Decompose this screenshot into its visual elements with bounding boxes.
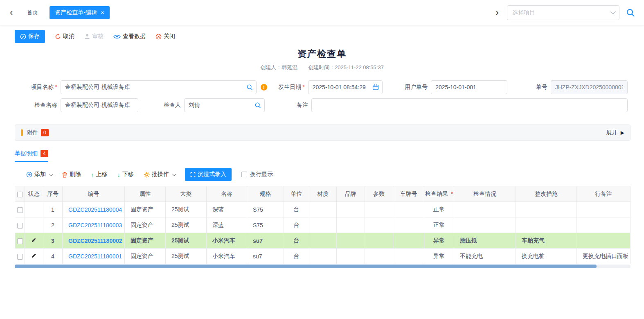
- cancel-button[interactable]: 取消: [55, 33, 74, 40]
- cell-code: GDZC202511180001: [63, 249, 125, 264]
- tab-home[interactable]: 首页: [21, 6, 44, 19]
- cell-plate: [393, 217, 424, 233]
- table-row[interactable]: 2GDZC202511180003固定资产25测试深蓝S75台正常: [15, 217, 630, 233]
- immersive-label: 沉浸式录入: [198, 171, 226, 178]
- edit-pencil-icon[interactable]: [31, 253, 37, 258]
- batch-operation-button[interactable]: 批操作: [144, 171, 175, 178]
- asset-code-link[interactable]: GDZC202511180001: [68, 253, 122, 260]
- column-header: 单位: [284, 186, 309, 202]
- cell-material: [309, 249, 337, 264]
- tab-label: 资产检查单-编辑: [55, 9, 97, 16]
- tab-asset-inspection-edit[interactable]: 资产检查单-编辑 ×: [50, 6, 109, 19]
- user-order-no-input[interactable]: [431, 80, 507, 94]
- row-checkbox[interactable]: [17, 254, 23, 260]
- cell-remark: 更换充电插口面板: [577, 249, 630, 264]
- close-circle-icon: [155, 34, 162, 40]
- expand-button[interactable]: 展开 ▶: [606, 129, 624, 136]
- cell-remark: [577, 233, 630, 249]
- audit-label: 审核: [92, 33, 104, 40]
- cell-situation: [454, 202, 516, 217]
- tab-close-icon[interactable]: ×: [101, 9, 104, 16]
- select-all-checkbox[interactable]: [17, 192, 23, 197]
- move-up-button[interactable]: ↑ 上移: [91, 171, 108, 178]
- tab-detail[interactable]: 单据明细 4: [15, 150, 48, 162]
- asset-code-link[interactable]: GDZC202511180004: [68, 206, 122, 213]
- column-header: 属性: [125, 186, 166, 202]
- project-name-input[interactable]: [61, 80, 257, 94]
- chevron-down-icon: [172, 172, 176, 176]
- table-row[interactable]: 4GDZC202511180001固定资产25测试小米汽车su7台异常不能充电换…: [15, 249, 630, 264]
- tabs-scroll-left-icon[interactable]: ‹: [7, 8, 15, 17]
- horizontal-scrollbar-track[interactable]: [15, 265, 630, 268]
- undo-icon: [55, 34, 61, 40]
- check-name-input[interactable]: [61, 98, 138, 112]
- search-icon[interactable]: [246, 84, 253, 90]
- cell-category: 25测试: [166, 202, 207, 217]
- cell-name: 小米汽车: [207, 249, 247, 264]
- row-checkbox[interactable]: [17, 223, 23, 229]
- add-button[interactable]: 添加: [26, 171, 52, 178]
- cell-situation: [454, 217, 516, 233]
- audit-button[interactable]: 审核: [84, 33, 104, 40]
- close-button[interactable]: 关闭: [155, 33, 175, 40]
- search-icon[interactable]: [254, 102, 261, 109]
- horizontal-scrollbar-thumb[interactable]: [15, 265, 597, 268]
- view-data-button[interactable]: 查看数据: [113, 33, 146, 40]
- cell-material: [309, 202, 337, 217]
- table-row[interactable]: 3GDZC202511180002固定资产25测试小米汽车su7台异常胎压抵车胎…: [15, 233, 630, 249]
- checkbox-icon[interactable]: [241, 172, 247, 177]
- cancel-label: 取消: [63, 33, 74, 40]
- order-no-input: [551, 80, 628, 94]
- table-row[interactable]: 1GDZC202511180004固定资产25测试深蓝S75台正常: [15, 202, 630, 217]
- user-order-no-label: 用户单号: [392, 84, 428, 91]
- checker-label: 检查人: [152, 102, 181, 109]
- detail-tab-label: 单据明细: [15, 150, 38, 157]
- form-area: 项目名称* ! 发生日期* 用户单号: [0, 71, 644, 112]
- cell-material: [309, 233, 337, 249]
- cell-code: GDZC202511180004: [63, 202, 125, 217]
- move-down-button[interactable]: ↓ 下移: [117, 171, 134, 178]
- cell-seq: 4: [43, 249, 63, 264]
- remark-input[interactable]: [311, 98, 628, 112]
- attachment-accordion[interactable]: 附件 0 展开 ▶: [15, 124, 630, 141]
- cell-param: [365, 202, 393, 217]
- arrow-down-icon: ↓: [117, 171, 121, 178]
- delete-button[interactable]: 删除: [62, 171, 81, 178]
- asset-code-link[interactable]: GDZC202511180002: [68, 238, 122, 244]
- person-icon: [84, 34, 90, 39]
- cell-result: 正常: [424, 217, 454, 233]
- fullscreen-brackets-icon: [190, 172, 196, 177]
- save-label: 保存: [28, 33, 40, 40]
- project-select[interactable]: 选择项目: [507, 5, 619, 20]
- cell-brand: [337, 249, 365, 264]
- cell-attr: 固定资产: [125, 217, 166, 233]
- edit-pencil-icon[interactable]: [31, 237, 37, 243]
- tabs-scroll-right-icon[interactable]: ›: [493, 8, 501, 17]
- asset-code-link[interactable]: GDZC202511180003: [68, 222, 122, 229]
- cell-category: 25测试: [166, 249, 207, 264]
- cell-code: GDZC202511180003: [63, 217, 125, 233]
- global-search-icon[interactable]: [626, 8, 635, 17]
- cell-spec: su7: [247, 233, 284, 249]
- occur-date-input[interactable]: [308, 80, 383, 94]
- save-button[interactable]: 保存: [15, 30, 45, 43]
- immersive-entry-button[interactable]: 沉浸式录入: [185, 168, 232, 181]
- calendar-icon[interactable]: [372, 84, 379, 90]
- wrap-display-checkbox[interactable]: 换行显示: [241, 171, 273, 178]
- column-header: 状态: [25, 186, 43, 202]
- check-circle-icon: [20, 34, 26, 40]
- checker-input[interactable]: [184, 98, 265, 112]
- cell-name: 小米汽车: [207, 233, 247, 249]
- cell-material: [309, 217, 337, 233]
- column-header: 行备注: [577, 186, 630, 202]
- cell-brand: [337, 233, 365, 249]
- batch-label: 批操作: [152, 171, 169, 178]
- row-checkbox[interactable]: [17, 207, 23, 213]
- close-label: 关闭: [164, 33, 175, 40]
- info-warning-icon[interactable]: !: [261, 84, 267, 90]
- gear-icon: [144, 172, 150, 178]
- cell-unit: 台: [284, 217, 309, 233]
- attachment-label: 附件: [27, 129, 38, 136]
- cell-seq: 3: [43, 233, 63, 249]
- row-checkbox[interactable]: [17, 238, 23, 244]
